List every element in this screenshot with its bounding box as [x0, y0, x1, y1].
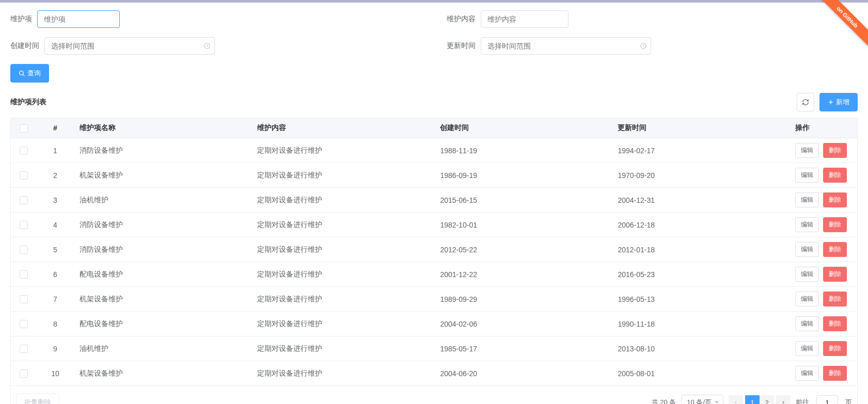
row-ctime: 2001-12-22: [434, 262, 611, 287]
edit-button[interactable]: 编辑: [795, 366, 819, 381]
row-ctime: 1989-09-29: [434, 287, 611, 312]
row-index: 9: [37, 336, 74, 361]
page-size-select[interactable]: 10 条/页: [681, 395, 723, 404]
search-button[interactable]: 查询: [10, 64, 49, 83]
edit-button[interactable]: 编辑: [795, 217, 819, 232]
select-all-checkbox[interactable]: [20, 124, 28, 133]
edit-button[interactable]: 编辑: [795, 341, 819, 356]
data-table: # 维护项名称 维护内容 创建时间 更新时间 操作 1消防设备维护定期对设备进行…: [10, 118, 858, 386]
row-checkbox[interactable]: [20, 196, 28, 204]
pagination: 共 20 条 10 条/页 12 前往 页: [652, 395, 852, 404]
edit-button[interactable]: 编辑: [795, 168, 819, 183]
row-checkbox[interactable]: [20, 295, 28, 303]
row-name: 油机维护: [73, 336, 251, 361]
row-ctime: 1982-10-01: [434, 213, 611, 237]
table-header-row: # 维护项名称 维护内容 创建时间 更新时间 操作: [11, 118, 857, 138]
chevron-right-icon: [781, 400, 786, 404]
row-utime: 2016-05-23: [611, 262, 789, 287]
edit-button[interactable]: 编辑: [795, 292, 819, 306]
search-icon: [19, 70, 25, 77]
row-index: 10: [37, 361, 74, 386]
row-name: 配电设备维护: [73, 262, 251, 287]
table-row: 5消防设备维护定期对设备进行维护2012-05-222012-01-18编辑删除: [11, 237, 857, 262]
delete-button[interactable]: 删除: [823, 366, 847, 381]
edit-button[interactable]: 编辑: [795, 192, 819, 207]
filter-utime-label: 更新时间: [447, 41, 476, 51]
col-index: #: [37, 118, 74, 138]
table-row: 9油机维护定期对设备进行维护1985-05-172013-08-10编辑删除: [11, 336, 857, 361]
delete-button[interactable]: 删除: [823, 316, 847, 331]
delete-button[interactable]: 删除: [823, 192, 847, 207]
delete-button[interactable]: 删除: [823, 242, 847, 257]
edit-button[interactable]: 编辑: [795, 242, 819, 257]
row-checkbox[interactable]: [20, 345, 28, 353]
row-checkbox[interactable]: [20, 369, 28, 378]
row-checkbox[interactable]: [20, 147, 28, 155]
total-text: 共 20 条: [652, 398, 676, 404]
delete-button[interactable]: 删除: [823, 143, 847, 158]
filter-content-label: 维护内容: [447, 14, 476, 24]
delete-button[interactable]: 删除: [823, 168, 847, 183]
row-utime: 2006-12-18: [611, 213, 789, 237]
plus-icon: [828, 99, 834, 105]
row-ctime: 1986-09-19: [434, 163, 611, 188]
row-content: 定期对设备进行维护: [251, 312, 434, 336]
delete-button[interactable]: 删除: [823, 292, 847, 306]
row-name: 消防设备维护: [73, 213, 251, 237]
table-row: 8配电设备维护定期对设备进行维护2004-02-061990-11-18编辑删除: [11, 312, 857, 336]
refresh-button[interactable]: [797, 93, 814, 111]
clock-icon: [203, 42, 211, 50]
prev-page-button[interactable]: [729, 395, 743, 404]
delete-button[interactable]: 删除: [823, 217, 847, 232]
table-row: 7机架设备维护定期对设备进行维护1989-09-291996-05-13编辑删除: [11, 287, 857, 312]
list-title: 维护项列表: [10, 98, 46, 107]
col-utime: 更新时间: [611, 118, 789, 138]
filter-ctime: 创建时间: [10, 37, 215, 55]
table-row: 4消防设备维护定期对设备进行维护1982-10-012006-12-18编辑删除: [11, 213, 857, 237]
next-page-button[interactable]: [776, 395, 791, 404]
row-content: 定期对设备进行维护: [251, 287, 434, 312]
svg-point-2: [20, 71, 24, 75]
jump-label: 前往: [796, 398, 809, 404]
row-index: 6: [37, 262, 74, 287]
page-button-1[interactable]: 1: [745, 395, 760, 404]
filter-utime-input[interactable]: [481, 37, 651, 55]
row-utime: 1990-11-18: [611, 312, 789, 336]
table-row: 6配电设备维护定期对设备进行维护2001-12-222016-05-23编辑删除: [11, 262, 857, 287]
add-button[interactable]: 新增: [819, 93, 858, 111]
row-ctime: 1988-11-19: [434, 138, 611, 163]
delete-button[interactable]: 删除: [823, 267, 847, 282]
row-index: 1: [37, 138, 74, 163]
row-content: 定期对设备进行维护: [251, 361, 434, 386]
row-content: 定期对设备进行维护: [251, 163, 434, 188]
row-checkbox[interactable]: [20, 320, 28, 328]
filter-content-input[interactable]: [481, 10, 569, 28]
edit-button[interactable]: 编辑: [795, 143, 819, 158]
row-checkbox[interactable]: [20, 171, 28, 180]
table-row: 2机架设备维护定期对设备进行维护1986-09-191970-09-20编辑删除: [11, 163, 857, 188]
row-content: 定期对设备进行维护: [251, 213, 434, 237]
row-ctime: 2012-05-22: [434, 237, 611, 262]
batch-delete-button[interactable]: 批量删除: [16, 393, 59, 404]
filter-ctime-input[interactable]: [44, 37, 215, 55]
edit-button[interactable]: 编辑: [795, 267, 819, 282]
filter-utime: 更新时间: [447, 37, 651, 55]
row-checkbox[interactable]: [20, 270, 28, 279]
row-utime: 2004-12-31: [611, 188, 789, 213]
row-utime: 2012-01-18: [611, 237, 789, 262]
refresh-icon: [802, 99, 809, 106]
row-content: 定期对设备进行维护: [251, 188, 434, 213]
row-name: 机架设备维护: [73, 287, 251, 312]
col-name: 维护项名称: [73, 118, 251, 138]
filter-item-input[interactable]: [37, 10, 120, 28]
row-index: 2: [37, 163, 74, 188]
jump-page-input[interactable]: [816, 395, 838, 404]
row-ctime: 2004-02-06: [434, 312, 611, 336]
row-checkbox[interactable]: [20, 246, 28, 254]
row-utime: 1996-05-13: [611, 287, 789, 312]
delete-button[interactable]: 删除: [823, 341, 847, 356]
row-name: 消防设备维护: [73, 237, 251, 262]
row-checkbox[interactable]: [20, 221, 28, 229]
page-button-2[interactable]: 2: [760, 395, 774, 404]
edit-button[interactable]: 编辑: [795, 316, 819, 331]
